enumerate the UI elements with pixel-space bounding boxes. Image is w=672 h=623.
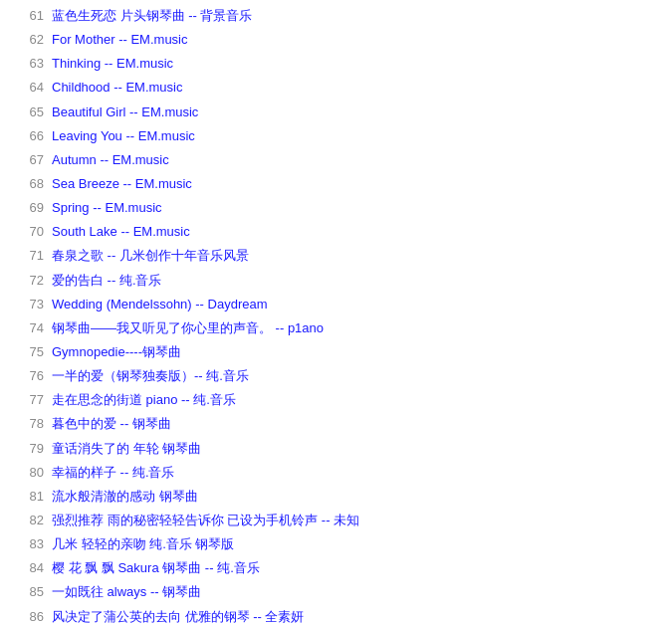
- track-number: 78: [0, 414, 52, 434]
- track-number: 73: [0, 295, 52, 314]
- track-number: 84: [0, 558, 52, 578]
- track-number: 76: [0, 366, 52, 386]
- track-title[interactable]: 钢琴曲——我又听见了你心里的声音。 -- p1ano: [52, 318, 324, 338]
- track-item[interactable]: 69Spring -- EM.music: [0, 196, 672, 220]
- track-number: 75: [0, 342, 52, 362]
- track-title[interactable]: Spring -- EM.music: [52, 198, 162, 218]
- track-title[interactable]: 走在思念的街道 piano -- 纯.音乐: [52, 390, 236, 410]
- track-item[interactable]: 71春泉之歌 -- 几米创作十年音乐风景: [0, 244, 672, 268]
- track-item[interactable]: 74钢琴曲——我又听见了你心里的声音。 -- p1ano: [0, 316, 672, 340]
- track-number: 67: [0, 150, 52, 170]
- track-title[interactable]: Childhood -- EM.music: [52, 78, 183, 98]
- track-number: 80: [0, 463, 52, 483]
- track-item[interactable]: 65Beautiful Girl -- EM.music: [0, 101, 672, 124]
- track-item[interactable]: 82强烈推荐 雨的秘密轻轻告诉你 已设为手机铃声 -- 未知: [0, 509, 672, 532]
- track-item[interactable]: 83几米 轻轻的亲吻 纯.音乐 钢琴版: [0, 532, 672, 556]
- track-title[interactable]: Autumn -- EM.music: [52, 150, 169, 170]
- track-item[interactable]: 68Sea Breeze -- EM.music: [0, 172, 672, 196]
- track-item[interactable]: 66Leaving You -- EM.music: [0, 124, 672, 148]
- track-item[interactable]: 63Thinking -- EM.music: [0, 52, 672, 76]
- track-number: 85: [0, 582, 52, 602]
- track-item[interactable]: 75Gymnopedie----钢琴曲: [0, 340, 672, 364]
- track-item[interactable]: 62For Mother -- EM.music: [0, 28, 672, 52]
- track-number: 79: [0, 439, 52, 459]
- track-number: 86: [0, 607, 52, 623]
- track-item[interactable]: 79童话消失了的 年轮 钢琴曲: [0, 437, 672, 461]
- track-item[interactable]: 70South Lake -- EM.music: [0, 220, 672, 244]
- track-number: 63: [0, 54, 52, 74]
- track-title[interactable]: 暮色中的爱 -- 钢琴曲: [52, 414, 171, 434]
- track-title[interactable]: 幸福的样子 -- 纯.音乐: [52, 463, 175, 483]
- track-title[interactable]: 爱的告白 -- 纯.音乐: [52, 271, 162, 291]
- track-item[interactable]: 73Wedding (Mendelssohn) -- Daydream: [0, 293, 672, 316]
- track-number: 83: [0, 534, 52, 554]
- track-number: 72: [0, 271, 52, 291]
- track-item[interactable]: 78暮色中的爱 -- 钢琴曲: [0, 412, 672, 436]
- track-title[interactable]: Wedding (Mendelssohn) -- Daydream: [52, 295, 268, 314]
- track-title[interactable]: 一如既往 always -- 钢琴曲: [52, 582, 201, 602]
- track-item[interactable]: 77走在思念的街道 piano -- 纯.音乐: [0, 388, 672, 412]
- track-number: 77: [0, 390, 52, 410]
- track-number: 69: [0, 198, 52, 218]
- track-number: 66: [0, 126, 52, 146]
- track-item[interactable]: 81流水般清澈的感动 钢琴曲: [0, 485, 672, 509]
- track-item[interactable]: 67Autumn -- EM.music: [0, 148, 672, 172]
- track-title[interactable]: 流水般清澈的感动 钢琴曲: [52, 487, 198, 507]
- track-title[interactable]: 蓝色生死恋 片头钢琴曲 -- 背景音乐: [52, 6, 253, 26]
- track-item[interactable]: 84樱 花 飘 飘 Sakura 钢琴曲 -- 纯.音乐: [0, 556, 672, 580]
- track-item[interactable]: 80幸福的样子 -- 纯.音乐: [0, 461, 672, 485]
- track-title[interactable]: Gymnopedie----钢琴曲: [52, 342, 181, 362]
- track-number: 81: [0, 487, 52, 507]
- track-title[interactable]: Sea Breeze -- EM.music: [52, 174, 192, 194]
- track-title[interactable]: 强烈推荐 雨的秘密轻轻告诉你 已设为手机铃声 -- 未知: [52, 511, 359, 530]
- track-title[interactable]: 几米 轻轻的亲吻 纯.音乐 钢琴版: [52, 534, 234, 554]
- track-title[interactable]: 一半的爱（钢琴独奏版）-- 纯.音乐: [52, 366, 249, 386]
- track-list: 61蓝色生死恋 片头钢琴曲 -- 背景音乐62For Mother -- EM.…: [0, 4, 672, 623]
- track-title[interactable]: Thinking -- EM.music: [52, 54, 173, 74]
- track-number: 61: [0, 6, 52, 26]
- track-number: 65: [0, 103, 52, 122]
- track-number: 64: [0, 78, 52, 98]
- track-title[interactable]: For Mother -- EM.music: [52, 30, 188, 50]
- track-item[interactable]: 72爱的告白 -- 纯.音乐: [0, 269, 672, 293]
- track-item[interactable]: 85一如既往 always -- 钢琴曲: [0, 580, 672, 604]
- track-title[interactable]: 童话消失了的 年轮 钢琴曲: [52, 439, 201, 459]
- track-item[interactable]: 61蓝色生死恋 片头钢琴曲 -- 背景音乐: [0, 4, 672, 28]
- track-number: 70: [0, 222, 52, 242]
- track-item[interactable]: 64Childhood -- EM.music: [0, 76, 672, 100]
- track-number: 62: [0, 30, 52, 50]
- track-number: 71: [0, 246, 52, 266]
- track-item[interactable]: 76一半的爱（钢琴独奏版）-- 纯.音乐: [0, 364, 672, 388]
- track-title[interactable]: South Lake -- EM.music: [52, 222, 190, 242]
- track-item[interactable]: 86风决定了蒲公英的去向 优雅的钢琴 -- 全素妍: [0, 605, 672, 623]
- track-title[interactable]: Leaving You -- EM.music: [52, 126, 195, 146]
- track-title[interactable]: Beautiful Girl -- EM.music: [52, 103, 198, 122]
- track-title[interactable]: 樱 花 飘 飘 Sakura 钢琴曲 -- 纯.音乐: [52, 558, 260, 578]
- track-number: 74: [0, 318, 52, 338]
- track-title[interactable]: 风决定了蒲公英的去向 优雅的钢琴 -- 全素妍: [52, 607, 305, 623]
- track-number: 82: [0, 511, 52, 530]
- track-title[interactable]: 春泉之歌 -- 几米创作十年音乐风景: [52, 246, 249, 266]
- track-number: 68: [0, 174, 52, 194]
